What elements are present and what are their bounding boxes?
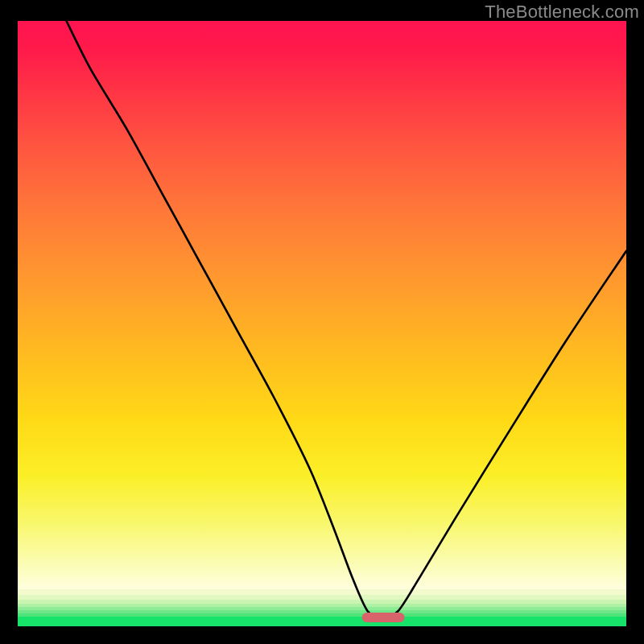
plot-area <box>18 21 626 626</box>
watermark-text: TheBottleneck.com <box>485 2 639 23</box>
chart-frame: TheBottleneck.com <box>0 0 644 644</box>
minimum-marker <box>361 613 404 622</box>
bottleneck-curve-line <box>66 21 626 617</box>
curve-svg <box>18 21 626 626</box>
